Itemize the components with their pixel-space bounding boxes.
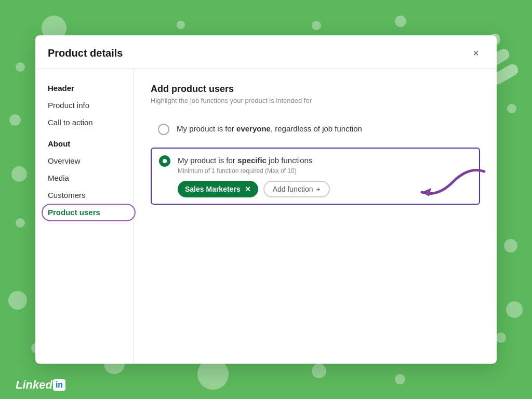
tag-remove-icon[interactable]: ✕ [245, 185, 251, 193]
bg-circle-6 [11, 166, 27, 182]
sidebar-item-media[interactable]: Media [35, 169, 134, 187]
bg-circle-14 [312, 21, 321, 30]
add-function-button[interactable]: Add function + [263, 181, 330, 197]
sidebar-item-call-to-action[interactable]: Call to action [35, 114, 134, 131]
linkedin-logo: Linked in [16, 378, 65, 392]
bg-circle-15 [395, 16, 406, 27]
sidebar-item-customers[interactable]: Customers [35, 187, 134, 204]
radio-label-everyone: My product is for everyone, regardless o… [177, 123, 362, 134]
bg-circle-7 [16, 218, 25, 228]
sidebar-item-product-users[interactable]: Product users [35, 204, 134, 221]
modal-title: Product details [48, 47, 123, 59]
linkedin-in-badge: in [53, 379, 65, 391]
close-button[interactable]: × [468, 45, 484, 61]
modal-body: Header Product info Call to action About… [35, 69, 497, 364]
tags-row: Sales Marketers ✕ Add function + [178, 181, 330, 197]
bg-circle-5 [9, 114, 21, 126]
add-function-plus-icon: + [316, 185, 320, 193]
bg-circle-8 [8, 291, 27, 310]
linkedin-text: Linked [16, 378, 52, 392]
main-content: Add product users Highlight the job func… [134, 69, 497, 364]
sidebar-item-header[interactable]: Header [35, 79, 134, 97]
bg-circle-20 [496, 332, 506, 343]
modal-header: Product details × [35, 35, 497, 69]
radio-label-specific-wrapper: My product is for specific job functions… [178, 155, 330, 197]
sidebar-item-overview[interactable]: Overview [35, 152, 134, 169]
sidebar: Header Product info Call to action About… [35, 69, 134, 364]
radio-circle-everyone [158, 124, 169, 135]
sidebar-item-product-info[interactable]: Product info [35, 97, 134, 114]
section-subtitle: Highlight the job functions your product… [151, 97, 480, 104]
sidebar-item-about[interactable]: About [35, 135, 134, 152]
bg-circle-18 [504, 239, 517, 252]
radio-specific[interactable]: My product is for specific job functions… [151, 148, 480, 205]
bg-circle-13 [395, 374, 405, 384]
section-title: Add product users [151, 84, 480, 95]
bg-circle-4 [16, 62, 25, 72]
radio-everyone[interactable]: My product is for everyone, regardless o… [151, 117, 480, 141]
tag-sales-marketers[interactable]: Sales Marketers ✕ [178, 181, 258, 197]
radio-circle-specific [159, 155, 170, 167]
bg-circle-3 [177, 21, 185, 29]
radio-sublabel: Minimum of 1 function required (Max of 1… [178, 167, 330, 175]
modal: Product details × Header Product info Ca… [35, 35, 497, 364]
bg-circle-12 [312, 364, 326, 378]
bg-circle-19 [506, 301, 523, 318]
